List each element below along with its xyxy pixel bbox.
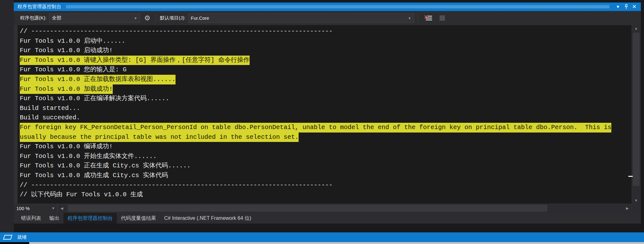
window-position-menu-icon[interactable]: ▼	[614, 3, 622, 10]
scroll-up-icon[interactable]: ▲	[631, 25, 641, 31]
scroll-left-icon[interactable]: ◀	[58, 205, 66, 211]
clear-icon-bar	[426, 18, 432, 19]
gear-icon[interactable]: ⚙	[143, 14, 152, 22]
toolbar-separator	[418, 14, 418, 22]
tab-inactive[interactable]: 错误列表	[17, 213, 45, 224]
console-line-text: Fur Tools v1.0.0 您的输入是: G	[20, 65, 127, 75]
pin-icon-glyph	[624, 4, 629, 9]
horizontal-scroll-track[interactable]	[66, 203, 623, 213]
scroll-down-icon[interactable]: ▼	[631, 197, 641, 203]
bottom-edge-strip	[0, 242, 644, 244]
console-line-text: Fur Tools v1.0.0 正在生成 City.cs 实体代码......	[20, 161, 191, 171]
tool-window-tabbar: 错误列表输出程序包管理器控制台代码度量值结果C# Interactive (.N…	[14, 213, 641, 224]
console-line: For foreign key FK_PersonDetail_Person_P…	[20, 123, 631, 133]
console-line: // -------------------------------------…	[20, 27, 631, 36]
console-line: Fur Tools v1.0.0 启动中......	[20, 36, 631, 46]
tab-active[interactable]: 程序包管理器控制台	[63, 213, 117, 224]
scroll-right-icon[interactable]: ▶	[623, 205, 631, 211]
console-line-text-highlighted: usually because the principal table was …	[20, 133, 299, 142]
scrollbar-corner	[631, 203, 641, 213]
console-line: Fur Tools v1.0.0 开始生成实体文件......	[20, 152, 631, 161]
titlebar-drag-grip[interactable]	[66, 5, 610, 8]
tab-inactive[interactable]: C# Interactive (.NET Framework 64 位)	[160, 213, 255, 224]
tab-inactive[interactable]: 输出	[45, 213, 63, 224]
console-toolbar: 程序包源(K): 全部 ▼ ⚙ 默认项目(J): Fur.Core ▼ ✕	[14, 11, 641, 25]
clear-console-icon[interactable]: ✕	[424, 15, 432, 21]
console-line-text: Fur Tools v1.0.0 正在编译解决方案代码......	[20, 94, 169, 104]
default-project-value: Fur.Core	[191, 15, 405, 21]
default-project-dropdown[interactable]: Fur.Core ▼	[188, 14, 414, 23]
console-line-text-highlighted: Fur Tools v1.0.0 正在加载数据库表和视图......	[20, 75, 176, 84]
console-line: // 以下代码由 Fur Tools v1.0.0 生成	[20, 190, 631, 200]
vertical-scrollbar[interactable]: ▲ ▼	[631, 25, 641, 203]
tool-window-titlebar[interactable]: 程序包管理器控制台 ▼ ✕	[14, 3, 641, 11]
horizontal-scroll-thumb[interactable]	[68, 205, 547, 212]
console-line: Fur Tools v1.0.0 您的输入是: G	[20, 65, 631, 75]
console-line: usually because the principal table was …	[20, 133, 631, 142]
console-line: Fur Tools v1.0.0 加载成功!	[20, 84, 631, 94]
console-line: Build succeeded.	[20, 113, 631, 123]
console-line-text-highlighted: Fur Tools v1.0.0 加载成功!	[20, 84, 113, 94]
console-line-text-highlighted: For foreign key FK_PersonDetail_Person_P…	[20, 123, 611, 133]
pin-icon[interactable]	[622, 3, 630, 10]
vertical-scroll-thumb[interactable]	[633, 33, 640, 186]
stop-icon	[440, 15, 445, 21]
console-line-text: Fur Tools v1.0.0 开始生成实体文件......	[20, 152, 157, 161]
default-project-label: 默认项目(J):	[160, 15, 186, 21]
tab-inactive[interactable]: 代码度量值结果	[117, 213, 160, 224]
console-line: Fur Tools v1.0.0 请键入操作类型: [G] 界面操作，[任意字符…	[20, 56, 631, 65]
tool-window-title: 程序包管理器控制台	[18, 4, 62, 10]
caret-position-marker	[628, 176, 633, 177]
status-text: 就绪	[17, 234, 27, 240]
clear-icon-bar	[426, 19, 432, 20]
window-left-margin	[0, 0, 14, 232]
console-line: Fur Tools v1.0.0 正在编译解决方案代码......	[20, 94, 631, 104]
package-source-label: 程序包源(K):	[20, 15, 46, 21]
console-line: Build started...	[20, 104, 631, 113]
package-manager-console-window: 程序包管理器控制台 ▼ ✕ 程序包源(K): 全部 ▼ ⚙ 默认项目(J): F…	[14, 3, 641, 224]
clear-icon-bar	[428, 16, 432, 17]
zoom-level-value: 100 %	[16, 206, 51, 211]
bottom-edge-dark-segment	[0, 242, 29, 244]
console-line-text: Build succeeded.	[20, 113, 80, 123]
package-source-value: 全部	[52, 15, 131, 21]
console-line: Fur Tools v1.0.0 编译成功!	[20, 142, 631, 152]
console-line: Fur Tools v1.0.0 正在加载数据库表和视图......	[20, 75, 631, 84]
vertical-scroll-track[interactable]	[631, 31, 641, 197]
console-line: Fur Tools v1.0.0 成功生成 City.cs 实体代码	[20, 171, 631, 181]
console-line-text: // -------------------------------------…	[20, 27, 333, 36]
chevron-down-icon: ▼	[51, 206, 55, 210]
console-line: Fur Tools v1.0.0 正在生成 City.cs 实体代码......	[20, 161, 631, 171]
zoom-scroll-bar: 100 % ▼ ◀ ▶	[14, 203, 641, 213]
console-line-text: Fur Tools v1.0.0 编译成功!	[20, 142, 113, 152]
console-line-text: // 以下代码由 Fur Tools v1.0.0 生成	[20, 190, 143, 200]
toolbar-separator	[156, 14, 156, 22]
close-icon[interactable]: ✕	[630, 3, 638, 10]
window-right-margin	[641, 0, 644, 232]
console-output[interactable]: // -------------------------------------…	[14, 25, 631, 203]
console-line-text: // -------------------------------------…	[20, 181, 333, 190]
console-line-text: Fur Tools v1.0.0 成功生成 City.cs 实体代码	[20, 171, 168, 181]
chevron-down-icon: ▼	[134, 16, 137, 20]
console-line: Fur Tools v1.0.0 启动成功!	[20, 46, 631, 56]
package-source-dropdown[interactable]: 全部 ▼	[49, 14, 140, 23]
chevron-down-icon: ▼	[408, 16, 411, 20]
horizontal-scrollbar[interactable]: ◀ ▶	[58, 203, 631, 213]
console-line-text: Fur Tools v1.0.0 启动成功!	[20, 46, 113, 56]
status-bar: 就绪	[0, 232, 644, 242]
console-line-text: Build started...	[20, 104, 80, 113]
console-row: // -------------------------------------…	[14, 25, 641, 203]
console-line-text-highlighted: Fur Tools v1.0.0 请键入操作类型: [G] 界面操作，[任意字符…	[20, 56, 250, 65]
console-line: // -------------------------------------…	[20, 181, 631, 190]
status-parallelogram-icon	[3, 235, 13, 240]
zoom-level-dropdown[interactable]: 100 % ▼	[14, 203, 58, 213]
console-line-text: Fur Tools v1.0.0 启动中......	[20, 36, 125, 46]
